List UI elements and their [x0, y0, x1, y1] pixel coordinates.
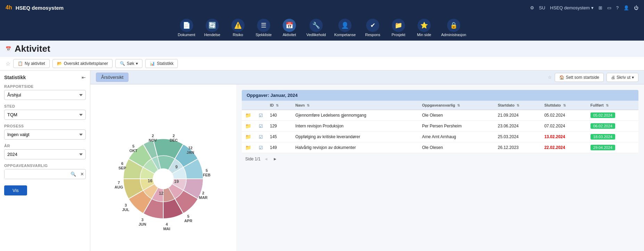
sidebar-title: Statistikk [4, 75, 26, 80]
top-nav-right: ⚙ SU HSEQ demosystem ▾ ⊞ ▭ ? 👤 ⏻ [530, 5, 638, 10]
row-sluttdato: 13.02.2024 [541, 132, 587, 142]
row-sluttdato: 05.02.2024 [541, 110, 587, 121]
prev-page-button[interactable]: ◄ [263, 156, 270, 162]
row-startdato: 21.09.2024 [494, 110, 541, 121]
nav-vedlikehold[interactable]: 🔧 Vedlikehold [303, 17, 329, 38]
risiko-icon: ⚠️ [231, 19, 245, 32]
nav-dokument[interactable]: 📄 Dokument [174, 17, 199, 38]
nav-min-side[interactable]: ⭐ Min side [412, 17, 436, 38]
sok-chevron-icon: ▾ [136, 61, 138, 66]
svg-text:3: 3 [141, 218, 143, 222]
svg-text:OKT: OKT [129, 149, 138, 153]
col-navn: Navn ⇅ [292, 101, 419, 110]
page-label: Side 1/1 [245, 157, 261, 161]
svg-text:9: 9 [175, 165, 178, 169]
page-header: 📅 Aktivitet [0, 41, 644, 57]
sted-select[interactable]: TQM [4, 110, 86, 120]
page-title: Aktivitet [15, 43, 50, 54]
row-id: 145 [266, 132, 292, 142]
search-icon: 🔍 [120, 61, 125, 66]
statistikk-button[interactable]: 📊 Statistikk [145, 59, 178, 68]
sted-group: STED TQM [4, 104, 86, 120]
tabs: Årsöversikt [96, 73, 129, 82]
user-icon[interactable]: 👤 [624, 5, 629, 10]
ar-group: ÅR 2024 [4, 144, 86, 159]
arsoversikt-tab[interactable]: Årsöversikt [96, 73, 129, 82]
oppgaveansvarlig-input[interactable] [5, 169, 68, 179]
svg-text:2: 2 [202, 191, 204, 195]
nav-dokument-label: Dokument [178, 33, 195, 37]
prosess-select[interactable]: Ingen valgt [4, 129, 86, 140]
oversikt-button[interactable]: 📂 Oversikt aktivitetsplaner [52, 59, 113, 68]
nav-sjekkliste[interactable]: ☰ Sjekkliste [251, 17, 276, 38]
nav-prosjekt-label: Prosjekt [391, 33, 405, 37]
rapportside-select[interactable]: Årshjul [4, 90, 86, 100]
svg-text:JAN: JAN [187, 150, 194, 154]
vis-button[interactable]: Vis [4, 185, 27, 195]
app-logo: 4h [6, 5, 12, 11]
grid-icon[interactable]: ⊞ [598, 5, 602, 10]
ny-aktivitet-button[interactable]: 📋 Ny aktivitet [13, 59, 50, 68]
ar-select[interactable]: 2024 [4, 149, 86, 159]
row-startdato: 25.03.2024 [494, 132, 541, 142]
row-fullfort: 18.03.2024 [587, 132, 638, 142]
page-calendar-icon: 📅 [6, 46, 11, 51]
row-fullfort: 05.02.2024 [587, 110, 638, 121]
table-row[interactable]: 📁 ☑ 145 Oppfølging av kritiske leverandø… [242, 132, 638, 142]
nav-administrasjon[interactable]: 🔒 Administrasjon [438, 17, 470, 38]
svg-text:NOV: NOV [149, 138, 157, 142]
svg-text:DEC: DEC [170, 138, 177, 142]
min-side-icon: ⭐ [418, 19, 431, 32]
row-navn: Gjennomføre Ledelsens gjennomgang [292, 110, 419, 121]
sidebar-collapse-button[interactable]: ⇤ [82, 75, 86, 80]
administrasjon-icon: 🔒 [447, 19, 460, 32]
oppgaveansvarlig-search-icon[interactable]: 🔍 [68, 170, 78, 178]
ar-label: ÅR [4, 144, 86, 148]
svg-text:16: 16 [148, 178, 152, 183]
nav-risiko[interactable]: ⚠️ Risiko [226, 17, 250, 38]
content-favorite-icon[interactable]: ☆ [548, 75, 552, 80]
chart-area: 12 JAN 5 FEB 2 MAR 5 APR 4 MAI 3 JUN 3 [90, 84, 236, 251]
svg-text:2: 2 [152, 134, 154, 138]
nav-respons[interactable]: ✔ Respons [361, 17, 385, 38]
skriv-ut-button[interactable]: 🖨 Skriv ut ▾ [606, 73, 638, 82]
content-body: 12 JAN 5 FEB 2 MAR 5 APR 4 MAI 3 JUN 3 [90, 84, 644, 251]
table-header-title: Oppgaver: Januar, 2024 [247, 93, 298, 98]
oppgaveansvarlig-clear-icon[interactable]: ✕ [78, 170, 86, 178]
nav-prosjekt[interactable]: 📁 Prosjekt [386, 17, 411, 38]
help-icon[interactable]: ? [616, 5, 619, 10]
svg-text:MAR: MAR [199, 195, 207, 200]
startside-icon: 🏠 [559, 75, 564, 80]
table-header-row: Oppgaver: Januar, 2024 [242, 90, 638, 101]
tablet-icon[interactable]: ▭ [607, 5, 611, 10]
statistikk-icon: 📊 [150, 61, 155, 66]
col-id: ID ⇅ [266, 101, 292, 110]
nav-aktivitet[interactable]: 📅 Aktivitet [277, 17, 302, 38]
svg-text:5: 5 [132, 144, 134, 148]
table-row[interactable]: 📁 ☑ 149 Halvårlig revisjon av dokumenter… [242, 142, 638, 153]
sok-button[interactable]: 🔍 Søk ▾ [115, 59, 142, 68]
nav-kompetanse[interactable]: 👤 Kompetanse [331, 17, 359, 38]
row-check-icon: ☑ [255, 142, 266, 153]
row-folder-icon: 📁 [242, 142, 255, 153]
content-area: Årsöversikt ☆ 🏠 Sett som startside 🖨 Skr… [90, 70, 644, 251]
sett-som-startside-button[interactable]: 🏠 Sett som startside [555, 73, 604, 82]
main-layout: Statistikk ⇤ RAPPORTSIDE Årshjul STED TQ… [0, 70, 644, 251]
system-name[interactable]: HSEQ demosystem ▾ [550, 5, 594, 10]
table-row[interactable]: 📁 ☑ 129 Intern revisjon Produksjon Per P… [242, 121, 638, 132]
pie-chart: 12 JAN 5 FEB 2 MAR 5 APR 4 MAI 3 JUN 3 [104, 120, 222, 238]
power-icon[interactable]: ⏻ [634, 5, 638, 10]
row-navn: Oppfølging av kritiske leverandører [292, 132, 419, 142]
next-page-button[interactable]: ► [272, 156, 279, 162]
content-toolbar: Årsöversikt ☆ 🏠 Sett som startside 🖨 Skr… [90, 70, 644, 84]
svg-text:AUG: AUG [115, 185, 123, 189]
favorite-star-icon[interactable]: ☆ [6, 60, 10, 67]
settings-icon[interactable]: ⚙ [530, 5, 534, 10]
table-row[interactable]: 📁 ☑ 140 Gjennomføre Ledelsens gjennomgan… [242, 110, 638, 121]
print-icon: 🖨 [611, 75, 615, 80]
nav-respons-label: Respons [365, 33, 380, 37]
row-folder-icon: 📁 [242, 132, 255, 142]
nav-kompetanse-label: Kompetanse [334, 33, 356, 37]
row-check-icon: ☑ [255, 132, 266, 142]
nav-hendelse[interactable]: 🔄 Hendelse [200, 17, 224, 38]
